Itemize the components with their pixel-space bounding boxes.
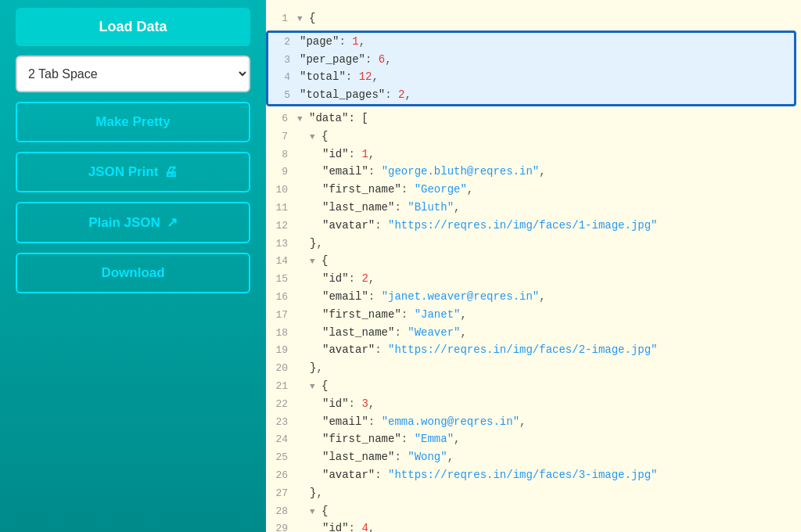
- code-line: 11 "last_name": "Bluth",: [266, 199, 801, 217]
- code-line: 24 "first_name": "Emma",: [266, 430, 801, 448]
- download-button[interactable]: Download: [16, 253, 250, 293]
- code-line: 5 "total_pages": 2,: [268, 86, 794, 104]
- code-line: 12 "avatar": "https://reqres.in/img/face…: [266, 217, 801, 235]
- code-line: 7 ▼ {: [266, 128, 801, 146]
- code-line: 29 "id": 4,: [266, 519, 801, 532]
- code-line: 6 ▼ "data": [: [266, 110, 801, 128]
- code-line: 19 "avatar": "https://reqres.in/img/face…: [266, 341, 801, 359]
- print-icon: 🖨: [164, 164, 178, 180]
- code-line: 1 ▼ {: [266, 9, 796, 27]
- code-line: 26 "avatar": "https://reqres.in/img/face…: [266, 466, 801, 484]
- code-line: 22 "id": 3,: [266, 395, 801, 413]
- json-print-label: JSON Print: [88, 164, 159, 180]
- code-line: 28 ▼ {: [266, 502, 801, 520]
- code-line: 18 "last_name": "Weaver",: [266, 324, 801, 342]
- code-line: 2 "page": 1,: [268, 33, 794, 51]
- external-link-icon: ↗: [167, 214, 178, 231]
- code-line: 13 },: [266, 235, 801, 253]
- code-line: 27 },: [266, 484, 801, 502]
- code-line: 9 "email": "george.bluth@reqres.in",: [266, 163, 801, 181]
- plain-json-label: Plain JSON: [88, 215, 160, 231]
- make-pretty-button[interactable]: Make Pretty: [16, 102, 250, 142]
- code-line: 20 },: [266, 359, 801, 377]
- load-data-button[interactable]: Load Data: [16, 8, 250, 46]
- code-line: 4 "total": 12,: [268, 68, 794, 86]
- code-line: 15 "id": 2,: [266, 270, 801, 288]
- code-line: 25 "last_name": "Wong",: [266, 448, 801, 466]
- code-line: 17 "first_name": "Janet",: [266, 306, 801, 324]
- highlighted-block: 2 "page": 1, 3 "per_page": 6, 4 "total":…: [266, 31, 796, 106]
- code-line: 16 "email": "janet.weaver@reqres.in",: [266, 288, 801, 306]
- code-line: 3 "per_page": 6,: [268, 51, 794, 69]
- sidebar: Load Data 2 Tab Space 4 Tab Space Minify…: [0, 0, 266, 532]
- json-print-button[interactable]: JSON Print 🖨: [16, 152, 250, 192]
- code-line: 10 "first_name": "George",: [266, 181, 801, 199]
- code-panel[interactable]: 1 ▼ { 2 "page": 1, 3 "per_page": 6, 4 "t…: [266, 0, 801, 532]
- code-line: 8 "id": 1,: [266, 146, 801, 164]
- code-line: 23 "email": "emma.wong@reqres.in",: [266, 413, 801, 431]
- code-line: 14 ▼ {: [266, 252, 801, 270]
- tab-space-select[interactable]: 2 Tab Space 4 Tab Space Minify: [16, 56, 250, 92]
- code-area: 1 ▼ { 2 "page": 1, 3 "per_page": 6, 4 "t…: [266, 0, 801, 532]
- plain-json-button[interactable]: Plain JSON ↗: [16, 202, 250, 243]
- code-line: 21 ▼ {: [266, 377, 801, 395]
